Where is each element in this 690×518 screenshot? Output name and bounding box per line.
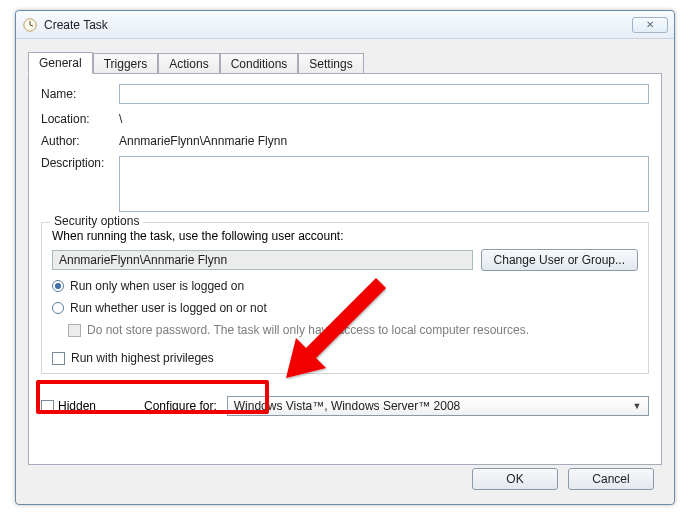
- tab-settings[interactable]: Settings: [298, 53, 363, 74]
- checkbox-store-password: [68, 324, 81, 337]
- task-scheduler-icon: [22, 17, 38, 33]
- tab-page-general: Name: Location: \ Author: AnnmarieFlynn\…: [28, 73, 662, 465]
- store-password-label: Do not store password. The task will onl…: [87, 323, 529, 337]
- name-input[interactable]: [119, 84, 649, 104]
- tab-conditions[interactable]: Conditions: [220, 53, 299, 74]
- cancel-button[interactable]: Cancel: [568, 468, 654, 490]
- name-label: Name:: [41, 87, 119, 101]
- description-label: Description:: [41, 156, 119, 170]
- radio-logged-on[interactable]: [52, 280, 64, 292]
- radio-any-user[interactable]: [52, 302, 64, 314]
- change-user-button[interactable]: Change User or Group...: [481, 249, 638, 271]
- create-task-window: Create Task ✕ General Triggers Actions C…: [15, 10, 675, 505]
- client-area: General Triggers Actions Conditions Sett…: [16, 39, 674, 504]
- close-button[interactable]: ✕: [632, 17, 668, 33]
- ok-button[interactable]: OK: [472, 468, 558, 490]
- configure-for-value: Windows Vista™, Windows Server™ 2008: [234, 399, 461, 413]
- description-input[interactable]: [119, 156, 649, 212]
- titlebar: Create Task ✕: [16, 11, 674, 39]
- configure-for-combo[interactable]: Windows Vista™, Windows Server™ 2008 ▼: [227, 396, 649, 416]
- window-title: Create Task: [44, 18, 632, 32]
- author-label: Author:: [41, 134, 119, 148]
- tab-actions[interactable]: Actions: [158, 53, 219, 74]
- highest-privileges-label: Run with highest privileges: [71, 351, 214, 365]
- security-legend: Security options: [50, 214, 143, 228]
- tab-general[interactable]: General: [28, 52, 93, 74]
- radio-any-user-label: Run whether user is logged on or not: [70, 301, 267, 315]
- chevron-down-icon: ▼: [630, 401, 644, 411]
- tab-triggers[interactable]: Triggers: [93, 53, 159, 74]
- security-intro: When running the task, use the following…: [52, 229, 638, 243]
- location-label: Location:: [41, 112, 119, 126]
- author-value: AnnmarieFlynn\Annmarie Flynn: [119, 134, 287, 148]
- account-value: AnnmarieFlynn\Annmarie Flynn: [59, 253, 227, 267]
- checkbox-highest-privileges[interactable]: [52, 352, 65, 365]
- tab-strip: General Triggers Actions Conditions Sett…: [28, 49, 662, 73]
- checkbox-hidden[interactable]: [41, 400, 54, 413]
- location-value: \: [119, 112, 122, 126]
- account-display: AnnmarieFlynn\Annmarie Flynn: [52, 250, 473, 270]
- hidden-label: Hidden: [58, 399, 96, 413]
- close-icon: ✕: [646, 19, 654, 30]
- configure-for-label: Configure for:: [144, 399, 217, 413]
- radio-logged-on-label: Run only when user is logged on: [70, 279, 244, 293]
- security-options-group: Security options When running the task, …: [41, 222, 649, 374]
- dialog-buttons: OK Cancel: [472, 468, 654, 490]
